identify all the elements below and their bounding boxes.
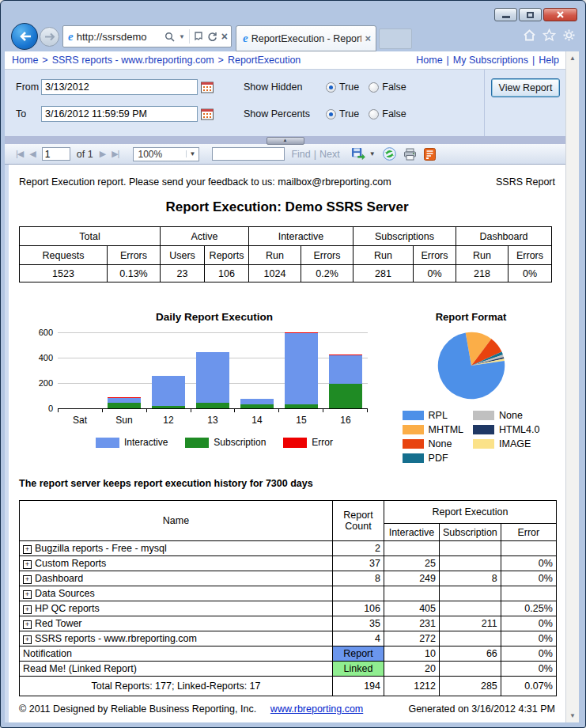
address-bar[interactable]: e http://ssrsdemo ▼ × [62, 25, 232, 47]
home-icon[interactable] [523, 28, 536, 42]
expand-icon[interactable] [23, 620, 32, 629]
prev-page-button[interactable]: ◀ [29, 149, 35, 159]
report-name-cell[interactable]: Red Tower [20, 616, 333, 631]
report-name-cell[interactable]: Read Me! (Linked Report) [20, 662, 333, 677]
browser-tab[interactable]: e ReportExecution - Report ... × [236, 25, 376, 51]
refresh-report-icon[interactable] [383, 147, 396, 161]
report-name-cell[interactable]: Bugzilla reports - Free - mysql [20, 541, 333, 556]
stop-icon[interactable]: × [221, 32, 228, 40]
favorites-star-icon[interactable] [543, 28, 556, 42]
table-row[interactable]: Bugzilla reports - Free - mysql2 [20, 541, 557, 556]
expand-icon[interactable] [23, 575, 32, 584]
close-icon [556, 10, 565, 19]
report-name: Bugzilla reports - Free - mysql [35, 543, 167, 554]
show-hidden-true-radio[interactable] [326, 82, 336, 93]
next-page-button[interactable]: ▶ [100, 149, 105, 159]
show-percents-false-radio[interactable] [369, 109, 379, 119]
table-row[interactable]: Dashboard824980% [20, 571, 557, 586]
refresh-icon[interactable] [207, 32, 217, 42]
breadcrumb-home-link[interactable]: Home [12, 55, 38, 66]
find-next-link[interactable]: Next [319, 149, 340, 160]
collapse-parameters-handle[interactable]: ▲ [267, 137, 304, 145]
exec-subheader: Error [501, 524, 556, 541]
table-row[interactable]: SSRS reports - www.rbreporting.com42720% [20, 631, 557, 646]
last-page-button[interactable]: ▶| [112, 149, 119, 159]
report-name-cell[interactable]: Custom Reports [20, 556, 333, 571]
summary-col-header: Run [353, 246, 414, 265]
x-axis-label: Sat [58, 415, 102, 426]
show-hidden-false-radio[interactable] [369, 82, 379, 93]
table-row[interactable]: NotificationReport10660% [20, 646, 557, 662]
table-row[interactable]: Custom Reports37250% [20, 556, 557, 571]
home-link[interactable]: Home [416, 55, 442, 66]
first-page-button[interactable]: |◀ [16, 149, 23, 159]
generated-timestamp: Generated on 3/16/2012 4:31 PM [408, 703, 555, 715]
find-text-input[interactable] [212, 147, 285, 161]
find-link[interactable]: Find [291, 149, 310, 160]
maximize-button[interactable] [519, 8, 542, 21]
print-icon[interactable] [403, 148, 417, 161]
link-pipe: | [447, 55, 449, 66]
minimize-button[interactable] [494, 8, 517, 21]
search-icon[interactable] [164, 32, 175, 42]
my-subscriptions-link[interactable]: My Subscriptions [453, 55, 528, 66]
page-count-label: of 1 [77, 149, 93, 160]
from-date-input[interactable] [41, 79, 198, 95]
forward-button[interactable] [40, 27, 59, 47]
page-number-input[interactable] [42, 147, 70, 161]
report-name-cell[interactable]: SSRS reports - www.rbreporting.com [20, 631, 333, 646]
expand-icon[interactable] [23, 605, 32, 614]
title-bar[interactable] [1, 1, 585, 23]
from-calendar-button[interactable] [201, 81, 214, 93]
legend-item: MHTML [403, 424, 463, 435]
interactive-cell: 272 [384, 631, 440, 646]
legend-item: PDF [403, 453, 463, 464]
maximize-icon [527, 12, 534, 18]
scroll-down-icon[interactable]: ▼ [569, 709, 576, 722]
bar-slot [235, 332, 279, 408]
settings-gear-icon[interactable] [562, 28, 576, 42]
summary-value: 1523 [20, 265, 108, 282]
close-button[interactable] [543, 8, 577, 21]
expand-icon[interactable] [23, 560, 32, 569]
help-link[interactable]: Help [539, 55, 559, 66]
back-button[interactable] [11, 23, 38, 50]
report-name-cell[interactable]: HP QC reports [20, 601, 333, 616]
zoom-select[interactable]: 100% ▼ [133, 147, 199, 161]
table-row[interactable]: Read Me! (Linked Report)Linked200% [20, 662, 557, 677]
table-row[interactable]: Data Sources [20, 586, 557, 601]
tab-title[interactable]: ReportExecution - Report ... [251, 33, 362, 44]
expand-icon[interactable] [23, 590, 32, 599]
show-percents-true-radio[interactable] [326, 109, 336, 119]
export-data-feed-icon[interactable] [424, 148, 436, 161]
to-date-input[interactable] [41, 106, 198, 122]
new-tab-stub[interactable] [379, 28, 412, 49]
scroll-up-icon[interactable]: ▲ [569, 51, 576, 65]
url-text[interactable]: http://ssrsdemo [77, 31, 164, 43]
export-caret-icon[interactable]: ▼ [369, 150, 376, 157]
table-row[interactable]: Red Tower352312110% [20, 616, 557, 631]
interactive-cell: 249 [384, 571, 440, 586]
summary-value: 0.13% [108, 265, 161, 282]
search-dropdown-caret-icon[interactable]: ▼ [179, 33, 185, 40]
vertical-scrollbar[interactable]: ▲ ▼ [565, 51, 579, 722]
summary-group-header-row: TotalActiveInteractiveSubscriptionsDashb… [20, 227, 552, 246]
table-row[interactable]: HP QC reports1064050.25% [20, 601, 557, 616]
bar-segment-subscription [329, 384, 362, 408]
breadcrumb-report-link[interactable]: ReportExecution [228, 55, 301, 66]
compatibility-view-icon[interactable] [194, 32, 203, 42]
export-save-icon[interactable] [351, 147, 365, 161]
breadcrumb-folder-link[interactable]: SSRS reports - www.rbreporting.com [52, 55, 214, 66]
report-name-cell[interactable]: Notification [20, 646, 333, 662]
rbreporting-link[interactable]: www.rbreporting.com [270, 703, 363, 715]
to-calendar-button[interactable] [201, 108, 214, 120]
view-report-button[interactable]: View Report [491, 78, 560, 97]
report-name: SSRS reports - www.rbreporting.com [35, 633, 197, 644]
report-name-cell[interactable]: Data Sources [20, 586, 333, 601]
report-name-cell[interactable]: Dashboard [20, 571, 333, 586]
tab-close-icon[interactable]: × [365, 32, 371, 44]
axis-tick [323, 409, 368, 412]
expand-icon[interactable] [23, 545, 32, 554]
expand-icon[interactable] [23, 635, 32, 644]
subscription-cell: 8 [440, 571, 501, 586]
